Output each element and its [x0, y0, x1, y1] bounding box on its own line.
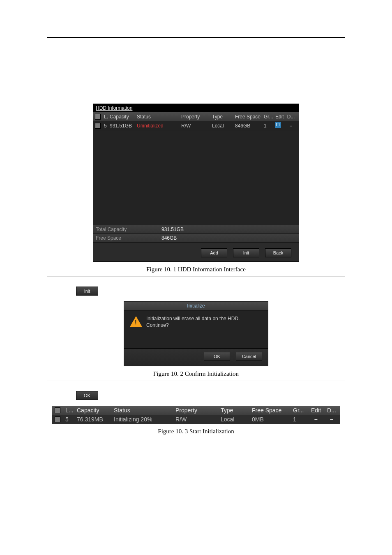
- section-divider: [47, 276, 345, 277]
- header-checkbox-cell[interactable]: [93, 114, 102, 120]
- edit-icon[interactable]: [275, 122, 281, 128]
- section-divider: [47, 381, 345, 381]
- header-property[interactable]: Property: [180, 114, 210, 120]
- header-type[interactable]: Type: [218, 407, 249, 414]
- init-button[interactable]: Init: [233, 248, 259, 257]
- summary-total-value: 931.51GB: [161, 227, 184, 232]
- row-status: Uninitialized: [135, 123, 180, 129]
- step-button-row: Init: [76, 287, 345, 296]
- table-row[interactable]: 5 931.51GB Uninitialized R/W Local 846GB…: [93, 121, 299, 130]
- header-capacity[interactable]: Capacity: [74, 407, 111, 414]
- header-delete[interactable]: D...: [285, 114, 297, 120]
- initializing-table: L... Capacity Status Property Type Free …: [52, 406, 340, 424]
- table-row[interactable]: 5 76,319MB Initializing 20% R/W Local 0M…: [52, 415, 340, 424]
- header-type[interactable]: Type: [210, 114, 233, 120]
- row-l: 5: [102, 123, 108, 129]
- checkbox-icon[interactable]: [55, 416, 60, 422]
- row-group: 1: [291, 416, 308, 423]
- add-button[interactable]: Add: [201, 248, 227, 257]
- cancel-button[interactable]: Cancel: [236, 352, 262, 361]
- header-l[interactable]: L...: [102, 114, 108, 120]
- table-header-row: L... Capacity Status Property Type Free …: [52, 406, 340, 415]
- header-free-space[interactable]: Free Space: [233, 114, 262, 120]
- header-delete[interactable]: D...: [324, 407, 339, 414]
- row-type: Local: [210, 123, 233, 129]
- init-step-button[interactable]: Init: [76, 287, 98, 296]
- ok-step-button[interactable]: OK: [76, 391, 98, 400]
- summary-free-row: Free Space 846GB: [93, 234, 299, 243]
- dialog-body: Initialization will erase all data on th…: [124, 310, 268, 348]
- edit-disabled-icon: –: [314, 416, 318, 423]
- row-delete-cell[interactable]: –: [324, 416, 339, 423]
- row-l: 5: [63, 416, 74, 423]
- row-free-space: 846GB: [233, 123, 262, 129]
- checkbox-icon[interactable]: [55, 407, 60, 413]
- row-checkbox-cell[interactable]: [93, 123, 102, 129]
- dialog-actions: OK Cancel: [124, 348, 268, 366]
- header-status[interactable]: Status: [135, 114, 180, 120]
- figure-caption-3: Figure 10. 3 Start Initialization: [47, 428, 345, 435]
- header-l[interactable]: L...: [63, 407, 74, 414]
- checkbox-icon[interactable]: [95, 114, 101, 120]
- row-property: R/W: [173, 416, 218, 423]
- checkbox-icon[interactable]: [95, 123, 101, 129]
- hdd-table: L... Capacity Status Property Type Free …: [93, 112, 299, 225]
- dialog-message: Initialization will erase all data on th…: [146, 315, 240, 328]
- row-free-space: 0MB: [249, 416, 291, 423]
- table-header-row: L... Capacity Status Property Type Free …: [93, 112, 299, 121]
- summary-total-row: Total Capacity 931.51GB: [93, 225, 299, 234]
- row-status: Initializing 20%: [111, 416, 173, 423]
- header-checkbox-cell[interactable]: [52, 407, 63, 413]
- step-button-row-2: OK: [76, 391, 345, 400]
- initialize-dialog: Initialize Initialization will erase all…: [124, 301, 268, 366]
- row-edit-cell[interactable]: –: [308, 416, 324, 423]
- summary-free-value: 846GB: [161, 235, 177, 241]
- delete-icon[interactable]: –: [290, 123, 293, 129]
- header-group[interactable]: Gr...: [291, 407, 308, 414]
- row-edit-cell[interactable]: [274, 122, 285, 129]
- hdd-information-window: HDD Information L... Capacity Status Pro…: [93, 104, 299, 262]
- row-type: Local: [218, 416, 249, 423]
- ok-button[interactable]: OK: [204, 352, 230, 361]
- summary: Total Capacity 931.51GB Free Space 846GB: [93, 225, 299, 243]
- row-checkbox-cell[interactable]: [52, 416, 63, 422]
- table-empty-area: [93, 130, 299, 225]
- row-capacity: 76,319MB: [74, 416, 111, 423]
- dialog-message-line2: Continue?: [146, 322, 240, 328]
- header-edit[interactable]: Edit: [274, 114, 285, 120]
- summary-total-label: Total Capacity: [93, 227, 161, 232]
- header-property[interactable]: Property: [173, 407, 218, 414]
- summary-free-label: Free Space: [93, 235, 161, 241]
- warning-icon: [130, 316, 142, 327]
- delete-disabled-icon: –: [330, 416, 333, 423]
- header-free-space[interactable]: Free Space: [249, 407, 291, 414]
- header-capacity[interactable]: Capacity: [108, 114, 135, 120]
- figure-caption-2: Figure 10. 2 Confirm Initialization: [47, 370, 345, 377]
- header-edit[interactable]: Edit: [308, 407, 324, 414]
- dialog-title: Initialize: [124, 302, 268, 310]
- dialog-message-line1: Initialization will erase all data on th…: [146, 315, 240, 322]
- row-property: R/W: [180, 123, 210, 129]
- back-button[interactable]: Back: [265, 248, 291, 257]
- window-title: HDD Information: [93, 104, 299, 112]
- header-group[interactable]: Gr...: [262, 114, 274, 120]
- row-delete-cell[interactable]: –: [285, 123, 297, 129]
- header-status[interactable]: Status: [111, 407, 173, 414]
- window-button-bar: Add Init Back: [93, 243, 299, 261]
- figure-caption-1: Figure 10. 1 HDD Information Interface: [47, 266, 345, 273]
- row-capacity: 931.51GB: [108, 123, 135, 129]
- row-group: 1: [262, 123, 274, 129]
